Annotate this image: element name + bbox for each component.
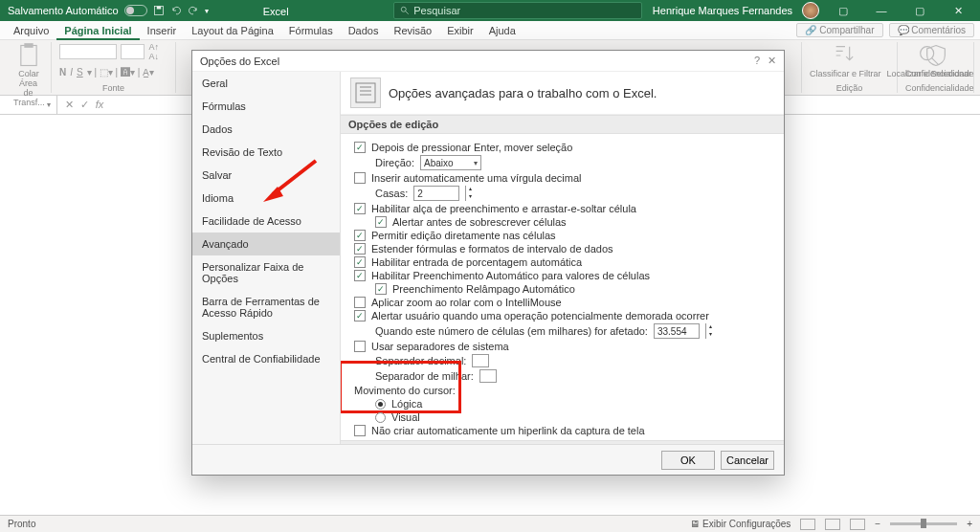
dialog-close-icon[interactable]: ✕ <box>768 55 776 67</box>
input-sep-decimal[interactable] <box>472 354 489 367</box>
zoom-slider[interactable] <box>890 522 957 525</box>
tab-layout[interactable]: Layout da Página <box>184 21 281 40</box>
svg-line-3 <box>406 11 409 14</box>
enter-fx-icon[interactable]: ✓ <box>78 99 90 111</box>
tab-formulas[interactable]: Fórmulas <box>281 21 341 40</box>
lbl-logica: Lógica <box>391 398 422 410</box>
spinner-quando[interactable]: 33.554 <box>654 323 700 339</box>
chk-zoom-intelli[interactable] <box>354 297 366 308</box>
font-family-input[interactable] <box>59 44 117 59</box>
chk-sobrescrever[interactable] <box>375 216 387 228</box>
paste-button[interactable]: Colar <box>13 42 44 78</box>
nav-revisao[interactable]: Revisão de Texto <box>192 141 340 164</box>
confidentiality-button[interactable]: Confidencialidade <box>905 42 966 78</box>
section-recortar: Recortar, copiar e colar <box>341 440 784 444</box>
help-icon[interactable]: ? <box>754 55 760 67</box>
avatar[interactable] <box>802 2 819 19</box>
lbl-separadores: Usar separadores de sistema <box>371 341 509 352</box>
redo-icon[interactable] <box>188 5 199 16</box>
nav-idioma[interactable]: Idioma <box>192 187 340 210</box>
tab-exibir[interactable]: Exibir <box>439 21 481 40</box>
svg-point-2 <box>402 7 407 11</box>
nav-facilidade[interactable]: Facilidade de Acesso <box>192 210 340 233</box>
minimize-icon[interactable]: — <box>867 0 896 21</box>
save-icon[interactable] <box>153 5 165 16</box>
chk-enter-move[interactable] <box>354 142 366 153</box>
nav-geral[interactable]: Geral <box>192 72 340 95</box>
section-edicao: Opções de edição <box>341 115 784 134</box>
nav-personalizar[interactable]: Personalizar Faixa de Opções <box>192 255 340 290</box>
user-name[interactable]: Henrique Marques Fernandes <box>653 5 792 16</box>
font-group-label: Fonte <box>59 83 167 93</box>
view-page-break-icon[interactable] <box>850 519 865 530</box>
view-normal-icon[interactable] <box>800 519 815 530</box>
name-box[interactable]: ▾ <box>0 96 57 114</box>
chk-porcentagem[interactable] <box>354 256 366 268</box>
rdo-logica[interactable] <box>375 399 386 410</box>
lbl-alertar-demorada: Alertar usuário quando uma operação pote… <box>371 310 709 321</box>
workspace: Opções do Excel ? ✕ Geral Fórmulas Dados… <box>0 115 980 515</box>
ribbon-display-icon[interactable]: ▢ <box>829 0 858 21</box>
font-size-input[interactable] <box>121 44 145 59</box>
share-button[interactable]: 🔗 Compartilhar <box>796 23 882 37</box>
chk-nao-hiperlink[interactable] <box>354 425 366 436</box>
nav-avancado[interactable]: Avançado <box>192 233 340 255</box>
tab-pagina-inicial[interactable]: Página Inicial <box>56 21 139 40</box>
tab-dados[interactable]: Dados <box>341 21 387 40</box>
svg-rect-1 <box>156 7 161 10</box>
nav-barra[interactable]: Barra de Ferramentas de Acesso Rápido <box>192 290 340 324</box>
lbl-auto-virgula: Inserir automaticamente uma vírgula deci… <box>371 172 581 184</box>
cancel-button[interactable]: Cancelar <box>721 451 774 470</box>
search-box[interactable]: Pesquisar <box>393 2 642 19</box>
chk-edicao-cel[interactable] <box>354 230 366 241</box>
nav-central[interactable]: Central de Confiabilidade <box>192 347 340 370</box>
chk-relampago[interactable] <box>375 283 387 295</box>
content-header-title: Opções avançadas para o trabalho com o E… <box>389 86 657 100</box>
tab-ajuda[interactable]: Ajuda <box>481 21 523 40</box>
advanced-icon <box>350 78 381 108</box>
lbl-sobrescrever: Alertar antes de sobrescrever células <box>392 216 567 228</box>
zoom-in[interactable]: + <box>967 519 972 529</box>
spinner-casas[interactable]: 2 <box>413 186 459 201</box>
chk-estender[interactable] <box>354 243 366 255</box>
qat-dropdown-icon[interactable]: ▾ <box>205 7 209 15</box>
comments-button[interactable]: 💬 Comentários <box>889 23 974 37</box>
input-sep-milhar[interactable] <box>479 369 497 383</box>
content-header: Opções avançadas para o trabalho com o E… <box>341 72 784 115</box>
display-settings[interactable]: 🖥 Exibir Configurações <box>690 519 791 529</box>
statusbar: Pronto 🖥 Exibir Configurações − + <box>0 515 980 532</box>
chk-auto-virgula[interactable] <box>354 172 366 184</box>
undo-icon[interactable] <box>170 5 182 16</box>
dropdown-direcao[interactable]: Abaixo <box>420 155 481 170</box>
autosave-label: Salvamento Automático <box>8 5 119 16</box>
sort-icon <box>832 42 858 69</box>
zoom-out[interactable]: − <box>875 519 880 529</box>
fx-icon[interactable]: fx <box>94 99 105 111</box>
view-page-layout-icon[interactable] <box>825 519 840 530</box>
options-scroll[interactable]: Depois de pressionar Enter, mover seleçã… <box>341 134 784 444</box>
nav-dados[interactable]: Dados <box>192 118 340 141</box>
tab-revisao[interactable]: Revisão <box>386 21 439 40</box>
chk-alertar-demorada[interactable] <box>354 310 366 321</box>
autosave-toggle[interactable] <box>124 5 147 16</box>
sort-filter-button[interactable]: Classificar e Filtrar <box>810 42 881 78</box>
chk-alca[interactable] <box>354 203 366 214</box>
tab-inserir[interactable]: Inserir <box>140 21 185 40</box>
lbl-casas: Casas: <box>375 188 408 199</box>
rdo-visual[interactable] <box>375 412 386 423</box>
tab-arquivo[interactable]: Arquivo <box>6 21 56 40</box>
lbl-sep-milhar: Separador de milhar: <box>375 370 474 382</box>
cancel-fx-icon[interactable]: ✕ <box>63 99 75 111</box>
nav-formulas[interactable]: Fórmulas <box>192 95 340 118</box>
ok-button[interactable]: OK <box>661 451 715 470</box>
close-icon[interactable]: ✕ <box>944 0 972 21</box>
chk-separadores[interactable] <box>354 341 366 352</box>
search-icon <box>400 6 410 15</box>
shield-icon <box>923 42 949 69</box>
lbl-alca: Habilitar alça de preenchimento e arrast… <box>371 203 636 214</box>
dialog-title: Opções do Excel <box>200 55 279 67</box>
nav-salvar[interactable]: Salvar <box>192 164 340 187</box>
maximize-icon[interactable]: ▢ <box>905 0 934 21</box>
nav-suplementos[interactable]: Suplementos <box>192 324 340 347</box>
chk-preench-auto[interactable] <box>354 270 366 281</box>
